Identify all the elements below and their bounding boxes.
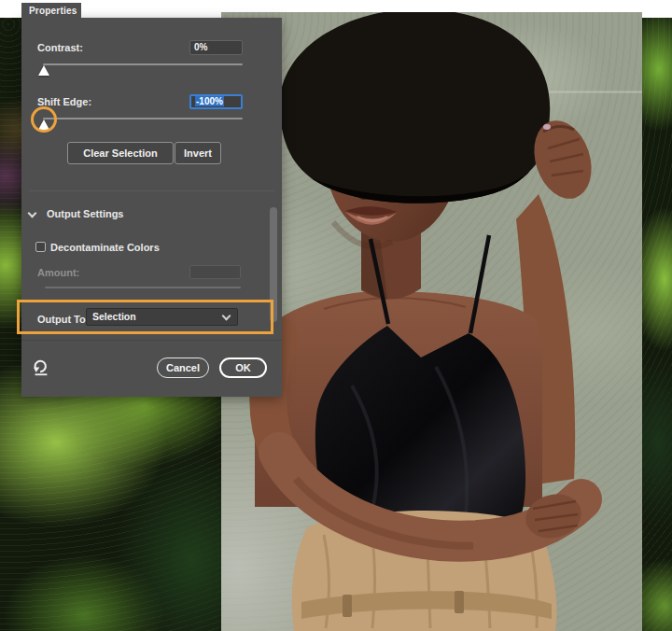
contrast-value-field[interactable]: 0% bbox=[189, 40, 243, 55]
output-to-label: Output To: bbox=[37, 314, 89, 325]
reset-arrow-icon bbox=[31, 357, 51, 377]
shift-edge-slider-handle[interactable] bbox=[38, 119, 49, 130]
decontaminate-colors-label: Decontaminate Colors bbox=[50, 242, 160, 253]
chevron-down-icon bbox=[222, 312, 231, 321]
chevron-down-icon[interactable] bbox=[28, 209, 37, 218]
properties-panel-tab[interactable]: Properties bbox=[21, 3, 81, 19]
output-settings-header[interactable]: Output Settings bbox=[47, 208, 124, 219]
invert-button[interactable]: Invert bbox=[175, 142, 221, 164]
cancel-button[interactable]: Cancel bbox=[157, 358, 209, 378]
output-to-selected-value: Selection bbox=[92, 311, 136, 322]
shift-edge-selected-text: -100% bbox=[195, 96, 224, 106]
contrast-slider-track[interactable] bbox=[43, 63, 243, 65]
shift-edge-slider-track[interactable] bbox=[43, 118, 243, 119]
reset-button[interactable] bbox=[31, 357, 51, 377]
screenshot-stage: Properties Contrast: 0% Shift Edge: -100… bbox=[0, 0, 672, 631]
ok-button[interactable]: OK bbox=[219, 358, 267, 378]
amount-value-field bbox=[189, 265, 241, 279]
amount-slider-track bbox=[45, 287, 241, 288]
figure-hat bbox=[279, 12, 550, 203]
contrast-label: Contrast: bbox=[37, 42, 83, 53]
amount-label: Amount: bbox=[37, 267, 79, 278]
woman-figure bbox=[221, 12, 642, 631]
contrast-slider-handle[interactable] bbox=[38, 65, 49, 76]
panel-scrollbar[interactable] bbox=[270, 207, 277, 322]
document-canvas[interactable] bbox=[221, 12, 642, 631]
output-to-dropdown[interactable]: Selection bbox=[86, 308, 238, 326]
decontaminate-colors-checkbox[interactable] bbox=[35, 242, 46, 252]
properties-panel: Contrast: 0% Shift Edge: -100% Clear Sel… bbox=[21, 18, 282, 397]
shift-edge-value-field[interactable]: -100% bbox=[189, 94, 243, 109]
clear-selection-button[interactable]: Clear Selection bbox=[67, 142, 174, 164]
section-divider bbox=[29, 190, 274, 191]
footer-divider bbox=[21, 340, 282, 341]
shift-edge-label: Shift Edge: bbox=[37, 96, 91, 107]
